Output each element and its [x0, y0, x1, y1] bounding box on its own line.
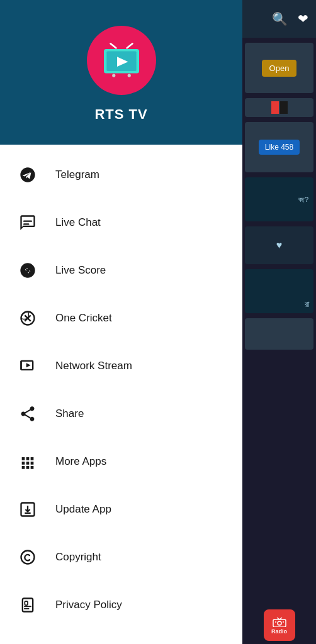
open-button[interactable]: Open [262, 60, 297, 77]
app-title: RTS TV [94, 106, 147, 123]
svg-rect-8 [23, 223, 29, 225]
top-bar: 🔍 ❤ [242, 0, 316, 38]
menu-item-more-apps[interactable]: More Apps [0, 438, 242, 486]
download-icon [15, 497, 40, 522]
like-badge[interactable]: Like 458 [259, 140, 300, 155]
copyright-label: Copyright [55, 551, 101, 564]
svg-line-0 [110, 43, 116, 48]
main-container: RTS TV Telegram Live Chat [0, 0, 316, 644]
card-6 [245, 318, 313, 350]
menu-item-exit[interactable]: Exit [0, 629, 242, 644]
privacy-icon [15, 592, 40, 618]
card-1: Open [245, 43, 313, 93]
menu-item-network-stream[interactable]: Network Stream [0, 342, 242, 390]
update-app-label: Update App [55, 503, 111, 516]
drawer: RTS TV Telegram Live Chat [0, 0, 242, 644]
one-cricket-label: One Cricket [55, 312, 112, 325]
menu-item-share[interactable]: Share [0, 390, 242, 438]
radio-label: Radio [271, 628, 287, 635]
card-5: রা [245, 269, 313, 313]
svg-point-6 [127, 74, 130, 77]
drawer-header: RTS TV [0, 0, 242, 145]
card-3: বছ? [245, 177, 313, 221]
chat-icon [15, 210, 40, 235]
radio-icon [272, 616, 287, 627]
logo-circle [87, 26, 156, 95]
bottom-bar: Radio [242, 606, 316, 644]
menu-list: Telegram Live Chat Live Score [0, 145, 242, 644]
menu-item-live-chat[interactable]: Live Chat [0, 199, 242, 247]
one-cricket-icon [15, 306, 40, 331]
telegram-label: Telegram [55, 169, 99, 181]
flag-bar [245, 98, 313, 117]
svg-point-5 [112, 74, 115, 77]
live-chat-label: Live Chat [55, 216, 101, 229]
tv-logo-icon [99, 42, 144, 79]
network-stream-label: Network Stream [55, 360, 132, 372]
more-apps-label: More Apps [55, 455, 106, 468]
menu-item-live-score[interactable]: Live Score [0, 247, 242, 294]
exit-icon [15, 640, 40, 644]
svg-point-27 [278, 621, 281, 625]
menu-item-privacy-policy[interactable]: Privacy Policy [0, 581, 242, 629]
telegram-icon [15, 162, 40, 187]
menu-item-update-app[interactable]: Update App [0, 486, 242, 533]
svg-marker-14 [26, 363, 31, 367]
svg-rect-7 [23, 221, 32, 222]
network-stream-icon [15, 353, 40, 379]
svg-rect-26 [273, 619, 286, 627]
card-4: ♥ [245, 226, 313, 264]
live-score-icon [15, 258, 40, 283]
svg-line-1 [127, 43, 132, 48]
menu-item-telegram[interactable]: Telegram [0, 151, 242, 199]
copyright-icon [15, 545, 40, 570]
live-score-label: Live Score [55, 264, 106, 277]
privacy-policy-label: Privacy Policy [55, 599, 122, 611]
right-panel: 🔍 ❤ Open Like 458 বছ? ♥ রা [242, 0, 316, 644]
share-label: Share [55, 408, 84, 420]
share-icon [15, 401, 40, 426]
menu-item-one-cricket[interactable]: One Cricket [0, 294, 242, 342]
card-2: Like 458 [245, 122, 313, 172]
menu-item-copyright[interactable]: Copyright [0, 533, 242, 581]
grid-icon [15, 449, 40, 474]
svg-point-19 [21, 551, 35, 564]
search-icon[interactable]: 🔍 [272, 11, 288, 26]
radio-button[interactable]: Radio [264, 609, 295, 641]
svg-rect-21 [25, 601, 28, 605]
favorite-icon[interactable]: ❤ [298, 11, 308, 26]
